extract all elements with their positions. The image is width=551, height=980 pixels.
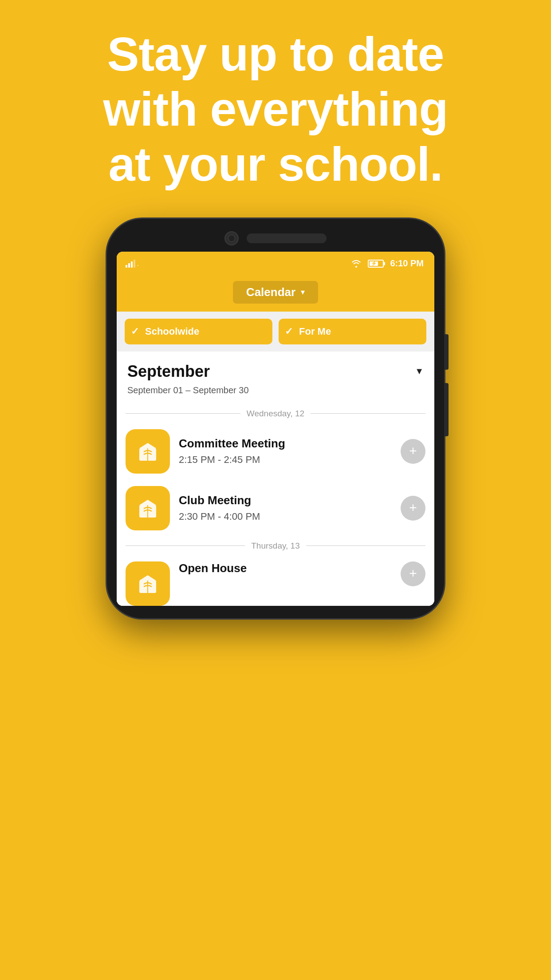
month-range: September 01 – September 30 — [117, 385, 434, 404]
add-event-button[interactable]: + — [401, 439, 425, 464]
list-item: Open House + — [117, 555, 434, 606]
phone-body: . ⚡ — [107, 219, 444, 618]
for-me-check-icon: ✓ — [285, 326, 293, 337]
speaker-grille — [247, 233, 327, 243]
add-event-button[interactable]: + — [401, 561, 425, 586]
event-info: Committee Meeting 2:15 PM - 2:45 PM — [179, 437, 392, 466]
status-time: 6:10 PM — [390, 258, 424, 269]
book-icon — [136, 572, 160, 596]
filter-bar: ✓ Schoolwide ✓ For Me — [117, 312, 434, 352]
phone-screen: . ⚡ — [117, 252, 434, 606]
phone-top-hardware — [117, 231, 434, 245]
list-item: Committee Meeting 2:15 PM - 2:45 PM + — [117, 423, 434, 480]
plus-icon: + — [409, 444, 417, 458]
day-label-thu13: Thursday, 13 — [251, 541, 299, 551]
event-info: Club Meeting 2:30 PM - 4:00 PM — [179, 494, 392, 522]
hero-headline: Stay up to date with everything at your … — [0, 0, 551, 210]
event-title: Club Meeting — [179, 494, 392, 507]
event-info: Open House — [179, 561, 392, 579]
month-name: September — [127, 362, 210, 381]
signal-icon — [126, 260, 135, 268]
add-event-button[interactable]: + — [401, 496, 425, 521]
event-icon-box — [126, 561, 170, 606]
day-line-right — [311, 413, 425, 414]
book-icon — [136, 496, 160, 520]
battery-icon: ⚡ — [368, 260, 384, 268]
schoolwide-filter-button[interactable]: ✓ Schoolwide — [125, 319, 272, 344]
for-me-filter-button[interactable]: ✓ For Me — [279, 319, 426, 344]
day-label-wed12: Wednesday, 12 — [247, 409, 304, 419]
front-camera-icon — [224, 231, 239, 245]
status-bar: . ⚡ — [117, 252, 434, 275]
app-bar: Calendar ▾ — [117, 275, 434, 312]
app-title-text: Calendar — [246, 285, 295, 299]
list-item: Club Meeting 2:30 PM - 4:00 PM + — [117, 480, 434, 537]
for-me-filter-label: For Me — [299, 326, 331, 337]
wifi-icon — [351, 260, 362, 268]
signal-strength: . — [126, 260, 139, 268]
event-time: 2:30 PM - 4:00 PM — [179, 511, 392, 522]
event-title: Committee Meeting — [179, 437, 392, 450]
calendar-title-dropdown[interactable]: Calendar ▾ — [233, 281, 318, 304]
plus-icon: + — [409, 501, 417, 514]
event-time: 2:15 PM - 2:45 PM — [179, 454, 392, 466]
schoolwide-check-icon: ✓ — [131, 326, 139, 337]
day-divider-thu13: Thursday, 13 — [117, 537, 434, 555]
day-line-right — [306, 545, 425, 546]
schoolwide-filter-label: Schoolwide — [145, 326, 199, 337]
chevron-down-icon: ▾ — [301, 287, 305, 297]
plus-icon: + — [409, 567, 417, 580]
signal-dots: . — [137, 260, 139, 267]
day-line-left — [126, 413, 240, 414]
month-dropdown-arrow-icon: ▼ — [415, 366, 424, 376]
event-icon-box — [126, 429, 170, 474]
month-header[interactable]: September ▼ — [117, 352, 434, 385]
event-icon-box — [126, 486, 170, 530]
book-icon — [136, 439, 160, 463]
event-title: Open House — [179, 561, 392, 575]
status-right-icons: ⚡ 6:10 PM — [351, 258, 424, 269]
day-line-left — [126, 545, 245, 546]
calendar-content: September ▼ September 01 – September 30 … — [117, 352, 434, 606]
day-divider-wed12: Wednesday, 12 — [117, 404, 434, 423]
phone-mockup: . ⚡ — [0, 219, 551, 618]
